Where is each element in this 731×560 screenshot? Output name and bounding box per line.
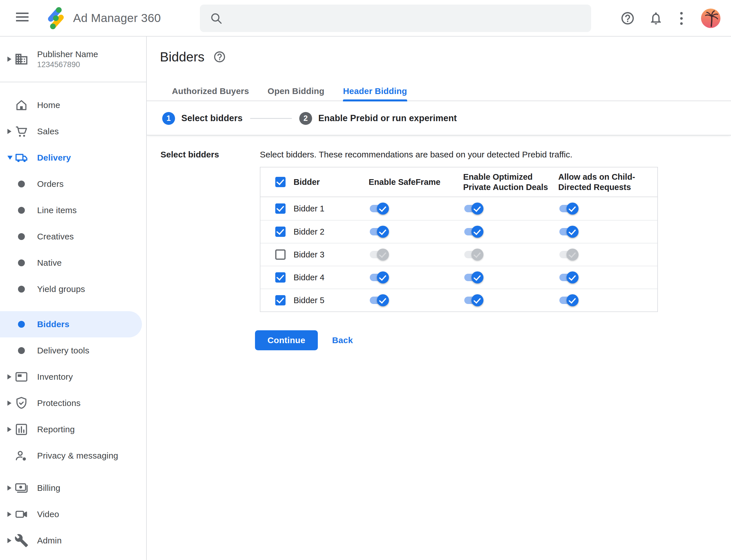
toggle-optimized-deals[interactable] <box>464 205 481 212</box>
bar-chart-icon <box>14 422 29 437</box>
sidebar-item-reporting[interactable]: Reporting <box>0 416 146 443</box>
row-checkbox[interactable] <box>275 249 286 260</box>
page-help-icon[interactable] <box>213 50 226 63</box>
app-title: Ad Manager 360 <box>73 11 161 25</box>
column-header-bidder: Bidder <box>294 177 368 187</box>
publisher-id: 1234567890 <box>37 60 98 69</box>
sidebar-item-billing[interactable]: Billing <box>0 475 146 501</box>
caret-right-icon <box>7 538 14 543</box>
bullet-icon <box>14 256 29 270</box>
row-checkbox[interactable] <box>275 227 286 237</box>
tab-bar: Authorized Buyers Open Bidding Header Bi… <box>147 82 731 101</box>
building-icon <box>14 52 29 66</box>
stepper: 1 Select bidders 2 Enable Prebid or run … <box>147 102 731 135</box>
sidebar-item-privacy-messaging[interactable]: Privacy & messaging <box>0 443 146 469</box>
bullet-icon <box>14 203 29 217</box>
step-2-circle: 2 <box>299 112 312 125</box>
toggle-child-directed[interactable] <box>559 251 576 258</box>
sidebar-item-yield-groups[interactable]: Yield groups <box>0 276 146 302</box>
toggle-child-directed[interactable] <box>559 205 576 212</box>
toggle-child-directed[interactable] <box>559 297 576 304</box>
sidebar-item-sales[interactable]: Sales <box>0 118 146 145</box>
toggle-child-directed[interactable] <box>559 274 576 281</box>
step-2-label: Enable Prebid or run experiment <box>319 113 457 123</box>
row-checkbox[interactable] <box>275 203 286 214</box>
section-description: Select bidders. These recommendations ar… <box>260 149 731 160</box>
sidebar-item-admin[interactable]: Admin <box>0 527 146 554</box>
sidebar-item-home[interactable]: Home <box>0 92 146 118</box>
sidebar-item-orders[interactable]: Orders <box>0 171 146 197</box>
caret-right-icon <box>7 401 14 406</box>
more-options-icon[interactable] <box>678 11 684 26</box>
step-1-label: Select bidders <box>181 113 243 123</box>
back-button[interactable]: Back <box>332 335 353 345</box>
bullet-icon <box>14 282 29 296</box>
sidebar-nav: Publisher Name 1234567890 Home Sales Del… <box>0 37 147 560</box>
sidebar-item-protections[interactable]: Protections <box>0 390 146 416</box>
tab-authorized-buyers[interactable]: Authorized Buyers <box>172 81 249 101</box>
bullet-icon <box>14 317 29 331</box>
toggle-child-directed[interactable] <box>559 228 576 235</box>
toggle-safeframe[interactable] <box>370 274 386 281</box>
sidebar-item-creatives[interactable]: Creatives <box>0 223 146 250</box>
table-row: Bidder 4 <box>261 266 657 289</box>
ad-manager-logo-icon <box>43 5 69 31</box>
toggle-optimized-deals[interactable] <box>464 274 481 281</box>
person-privacy-icon <box>14 449 29 463</box>
help-icon[interactable] <box>620 11 635 26</box>
bidder-name: Bidder 2 <box>294 227 368 237</box>
search-input[interactable] <box>200 5 591 32</box>
truck-icon <box>14 151 29 165</box>
toggle-safeframe[interactable] <box>370 251 386 258</box>
sidebar-item-delivery-tools[interactable]: Delivery tools <box>0 337 146 364</box>
sidebar-item-line-items[interactable]: Line items <box>0 197 146 223</box>
table-row: Bidder 3 <box>261 243 657 266</box>
toggle-safeframe[interactable] <box>370 205 386 212</box>
sidebar-item-bidders[interactable]: Bidders <box>0 311 142 337</box>
tab-header-bidding[interactable]: Header Bidding <box>343 81 407 101</box>
toggle-safeframe[interactable] <box>370 228 386 235</box>
wrench-icon <box>14 533 29 548</box>
caret-right-icon <box>7 129 14 134</box>
menu-icon[interactable] <box>16 13 32 24</box>
bullet-icon <box>14 229 29 244</box>
home-icon <box>14 98 29 112</box>
shield-check-icon <box>14 396 29 410</box>
toggle-optimized-deals[interactable] <box>464 251 481 258</box>
caret-right-icon <box>7 374 14 379</box>
cart-icon <box>14 124 29 139</box>
column-header-optimized-deals: Enable Optimized Private Auction Deals <box>463 172 549 192</box>
sidebar-item-delivery[interactable]: Delivery <box>0 145 146 171</box>
column-header-safeframe: Enable SafeFrame <box>368 177 463 187</box>
publisher-account-switcher[interactable]: Publisher Name 1234567890 <box>0 37 146 82</box>
column-header-child-directed: Allow ads on Child-Directed Requests <box>558 172 644 192</box>
tab-open-bidding[interactable]: Open Bidding <box>268 81 325 101</box>
table-row: Bidder 1 <box>261 197 657 220</box>
video-camera-icon <box>14 507 29 521</box>
toggle-safeframe[interactable] <box>370 297 386 304</box>
bidders-table: Bidder Enable SafeFrame Enable Optimized… <box>260 167 658 312</box>
display-ad-icon <box>14 370 29 384</box>
toggle-optimized-deals[interactable] <box>464 297 481 304</box>
bullet-icon <box>14 343 29 358</box>
sidebar-item-native[interactable]: Native <box>0 250 146 276</box>
step-connector <box>250 118 292 119</box>
toggle-optimized-deals[interactable] <box>464 228 481 235</box>
caret-right-icon <box>7 427 14 432</box>
sidebar-item-inventory[interactable]: Inventory <box>0 364 146 390</box>
top-app-bar: Ad Manager 360 <box>0 0 731 37</box>
step-1-circle: 1 <box>162 112 175 125</box>
page-title: Bidders <box>160 49 205 65</box>
billing-icon <box>14 481 29 495</box>
row-checkbox[interactable] <box>275 295 286 305</box>
continue-button[interactable]: Continue <box>255 330 318 350</box>
account-avatar[interactable] <box>701 9 720 28</box>
sidebar-item-video[interactable]: Video <box>0 501 146 527</box>
select-all-checkbox[interactable] <box>275 177 286 187</box>
search-icon <box>210 12 223 25</box>
bidder-name: Bidder 5 <box>294 296 368 305</box>
notifications-icon[interactable] <box>648 11 663 26</box>
section-label: Select bidders <box>161 149 246 350</box>
row-checkbox[interactable] <box>275 272 286 283</box>
table-row: Bidder 5 <box>261 289 657 311</box>
